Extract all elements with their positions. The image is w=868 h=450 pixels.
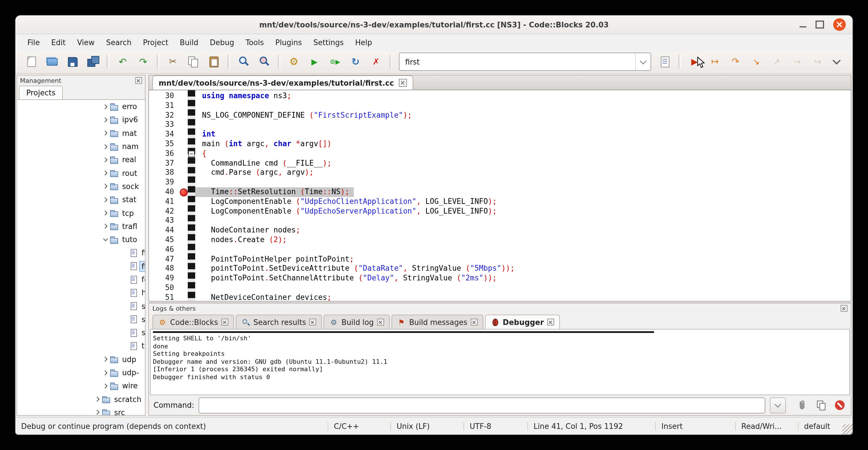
breakpoint-zone[interactable] bbox=[180, 130, 188, 139]
editor-tab-close-icon[interactable] bbox=[399, 79, 407, 87]
tree-item-rout-5[interactable]: rout bbox=[17, 167, 145, 180]
menu-project[interactable]: Project bbox=[138, 36, 174, 48]
chevron-right-icon[interactable] bbox=[94, 409, 101, 415]
breakpoint-zone[interactable] bbox=[180, 226, 188, 235]
run-icon[interactable]: ▶ bbox=[306, 54, 323, 70]
menu-view[interactable]: View bbox=[72, 36, 100, 48]
line-number[interactable]: 42 bbox=[149, 206, 180, 216]
tree-item-tcp-8[interactable]: tcp bbox=[17, 206, 145, 220]
tree-item-scratch-22[interactable]: scratch bbox=[17, 393, 145, 406]
chevron-right-icon[interactable] bbox=[101, 369, 110, 377]
chevron-right-icon[interactable] bbox=[101, 382, 110, 390]
breakpoint-zone[interactable] bbox=[180, 120, 188, 130]
tab-projects[interactable]: Projects bbox=[19, 86, 63, 99]
breakpoint-marker[interactable] bbox=[180, 187, 188, 197]
logs-tab-build-log[interactable]: ⚙Build log bbox=[324, 314, 390, 329]
step-out-icon[interactable]: ↗ bbox=[768, 54, 785, 70]
close-icon[interactable] bbox=[547, 319, 554, 326]
line-number[interactable]: 31 bbox=[149, 101, 180, 111]
step-into-icon[interactable]: ↘ bbox=[748, 54, 765, 70]
breakpoint-zone[interactable] bbox=[180, 168, 188, 178]
next-instruction-icon[interactable]: → bbox=[789, 54, 806, 70]
vertical-splitter[interactable] bbox=[146, 75, 148, 416]
chevron-right-icon[interactable] bbox=[101, 182, 110, 190]
line-number[interactable]: 49 bbox=[149, 274, 180, 283]
step-into-instruction-icon[interactable]: ↪ bbox=[809, 54, 826, 70]
line-number[interactable]: 51 bbox=[149, 293, 180, 302]
line-number[interactable]: 38 bbox=[149, 168, 180, 178]
tree-item-erro-0[interactable]: erro bbox=[17, 100, 145, 113]
run-to-cursor-icon[interactable]: ↦ bbox=[707, 54, 724, 70]
chevron-right-icon[interactable] bbox=[101, 129, 110, 137]
fold-marker[interactable] bbox=[188, 151, 195, 157]
combo-dropdown-button[interactable] bbox=[635, 53, 651, 70]
tree-item-tuto-10[interactable]: tuto bbox=[17, 233, 145, 246]
line-number[interactable]: 39 bbox=[149, 178, 180, 187]
next-line-icon[interactable]: ↷ bbox=[727, 54, 744, 70]
find-in-files-icon[interactable] bbox=[256, 54, 273, 70]
project-tree[interactable]: erroipv6matnamrealroutsockstattcptrafltu… bbox=[17, 100, 145, 415]
debugger-output[interactable]: Setting SHELL to '/bin/sh'doneSetting br… bbox=[150, 329, 850, 395]
close-icon[interactable] bbox=[310, 319, 316, 326]
tree-item-nam-3[interactable]: nam bbox=[17, 140, 145, 153]
breakpoint-zone[interactable] bbox=[180, 139, 188, 149]
line-number[interactable]: 30 bbox=[149, 91, 180, 101]
chevron-down-icon[interactable] bbox=[101, 236, 110, 244]
minimize-button[interactable] bbox=[800, 21, 806, 28]
menu-file[interactable]: File bbox=[22, 36, 45, 48]
tree-item-he-14[interactable]: he bbox=[17, 286, 145, 300]
close-icon[interactable] bbox=[221, 319, 228, 326]
attach-button[interactable] bbox=[795, 398, 809, 412]
logs-tab-code-blocks[interactable]: ⚙Code::Blocks bbox=[152, 314, 234, 329]
paste-icon[interactable] bbox=[206, 54, 223, 70]
logs-close-icon[interactable] bbox=[841, 305, 847, 312]
tree-item-sock-6[interactable]: sock bbox=[17, 180, 145, 193]
menu-tools[interactable]: Tools bbox=[241, 36, 269, 48]
redo-icon[interactable]: ↷ bbox=[135, 54, 152, 70]
chevron-right-icon[interactable] bbox=[101, 116, 110, 124]
tree-item-se-16[interactable]: se bbox=[17, 313, 145, 326]
open-file-icon[interactable] bbox=[43, 54, 61, 70]
line-number[interactable]: 47 bbox=[149, 254, 180, 264]
build-and-run-icon[interactable]: ⚙▶ bbox=[327, 54, 344, 70]
line-number[interactable]: 46 bbox=[149, 245, 180, 255]
tree-item-wire-21[interactable]: wire bbox=[17, 379, 145, 393]
title-bar[interactable]: mnt/dev/tools/source/ns-3-dev/examples/t… bbox=[16, 16, 852, 34]
menu-plugins[interactable]: Plugins bbox=[270, 36, 307, 48]
menu-search[interactable]: Search bbox=[101, 36, 137, 48]
breakpoint-zone[interactable] bbox=[180, 293, 188, 302]
breakpoint-zone[interactable] bbox=[180, 206, 188, 216]
chevron-right-icon[interactable] bbox=[101, 209, 110, 217]
compile-current-file-icon[interactable] bbox=[656, 54, 673, 70]
line-number[interactable]: 40 bbox=[149, 187, 180, 197]
cut-icon[interactable]: ✂ bbox=[164, 54, 182, 70]
chevron-right-icon[interactable] bbox=[94, 395, 101, 403]
close-button[interactable] bbox=[833, 18, 846, 31]
menu-settings[interactable]: Settings bbox=[308, 36, 349, 48]
breakpoint-zone[interactable] bbox=[180, 91, 188, 101]
chevron-right-icon[interactable] bbox=[101, 222, 110, 231]
tree-item-fir-12[interactable]: fir bbox=[17, 260, 145, 273]
build-icon[interactable]: ⚙ bbox=[285, 54, 303, 70]
logs-tab-debugger[interactable]: Debugger bbox=[485, 314, 560, 329]
breakpoint-zone[interactable] bbox=[180, 235, 188, 245]
stop-debugger-button[interactable] bbox=[833, 398, 846, 412]
copy-log-button[interactable] bbox=[814, 398, 828, 412]
breakpoint-zone[interactable] bbox=[180, 178, 188, 187]
chevron-right-icon[interactable] bbox=[101, 156, 110, 164]
menu-edit[interactable]: Edit bbox=[46, 36, 71, 48]
tree-item-fif-11[interactable]: fif bbox=[17, 246, 145, 260]
breakpoint-zone[interactable] bbox=[180, 264, 188, 274]
breakpoint-zone[interactable] bbox=[180, 111, 188, 120]
line-number[interactable]: 37 bbox=[149, 158, 180, 168]
line-number[interactable]: 48 bbox=[149, 264, 180, 274]
logs-tab-search-results[interactable]: Search results bbox=[236, 314, 322, 329]
close-icon[interactable] bbox=[377, 319, 384, 326]
line-number[interactable]: 36 bbox=[149, 149, 180, 159]
line-number[interactable]: 32 bbox=[149, 111, 180, 120]
command-input[interactable] bbox=[199, 398, 765, 413]
rebuild-icon[interactable]: ↻ bbox=[347, 54, 364, 70]
breakpoint-zone[interactable] bbox=[180, 274, 188, 283]
tree-item-real-4[interactable]: real bbox=[17, 153, 145, 167]
chevron-right-icon[interactable] bbox=[101, 356, 110, 363]
